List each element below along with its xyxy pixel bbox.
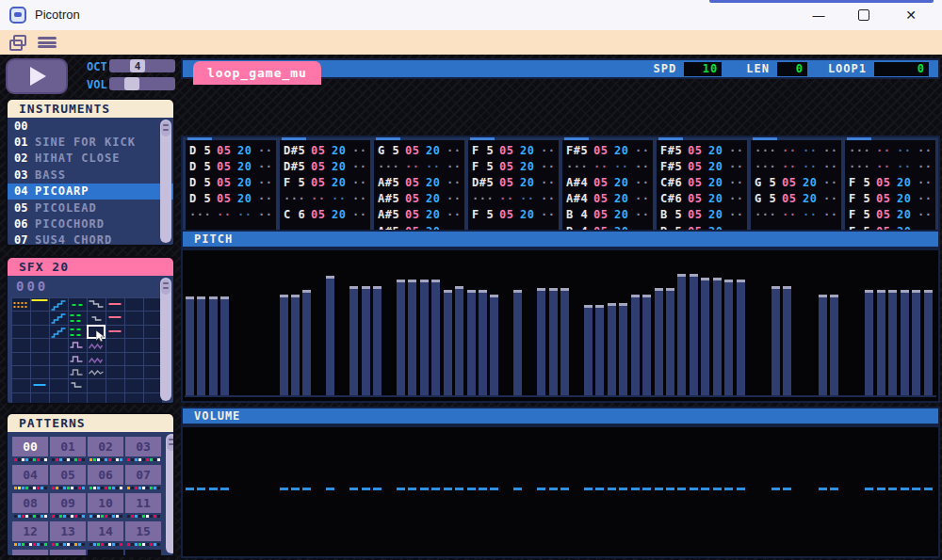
tracker-row[interactable]: B 4 05 20 ··	[562, 207, 653, 223]
sfx-slot[interactable]	[69, 312, 87, 324]
tracker-row[interactable]: D 5 05 20 ··	[186, 158, 276, 174]
tracker-row[interactable]: D 5 05 20 ··	[186, 191, 276, 207]
volume-graph[interactable]	[181, 425, 940, 558]
sfx-slot[interactable]	[31, 312, 49, 324]
tracker-row[interactable]: ··· ·· ·· ··	[374, 158, 464, 174]
sfx-slot[interactable]	[88, 312, 106, 324]
tracker-row[interactable]: F 5 05 20 ··	[845, 207, 935, 223]
sfx-slot[interactable]	[69, 379, 87, 392]
sfx-slot[interactable]	[125, 366, 143, 378]
sfx-slot[interactable]	[88, 366, 106, 378]
pattern-item[interactable]: 03	[125, 437, 161, 462]
tracker-row[interactable]: G 5 05 20 ··	[751, 191, 841, 207]
sfx-slot[interactable]	[12, 298, 30, 311]
tracker-row[interactable]: G 5 05 20 ··	[751, 174, 841, 190]
sfx-slot[interactable]	[50, 326, 68, 338]
sfx-slot[interactable]	[12, 312, 30, 324]
tracker-row[interactable]: F#5 05 20 ··	[657, 142, 747, 158]
volume-slider[interactable]	[109, 77, 175, 90]
pattern-item[interactable]: 02	[88, 437, 123, 462]
sfx-slot[interactable]	[106, 326, 124, 338]
pattern-item[interactable]: 16	[12, 550, 48, 557]
sfx-slot[interactable]	[12, 366, 30, 378]
pattern-item[interactable]: 17	[50, 550, 86, 557]
tracker-row[interactable]: F 5 05 20 ··	[845, 174, 935, 190]
tracker-row[interactable]: F 5 05 20 ··	[280, 174, 370, 190]
sfx-slot[interactable]	[125, 339, 143, 351]
instrument-row[interactable]: 03 BASS	[8, 167, 173, 183]
pattern-item[interactable]: 18	[88, 550, 123, 557]
sfx-slot[interactable]	[69, 298, 87, 311]
volume-slider-handle[interactable]	[124, 77, 139, 90]
tracker-row[interactable]: C#6 05 20 ··	[657, 191, 747, 207]
sfx-slot[interactable]	[12, 326, 30, 338]
sfx-slot[interactable]	[50, 298, 68, 311]
sfx-slot[interactable]	[106, 366, 124, 378]
sfx-slot[interactable]	[12, 393, 30, 405]
patterns-scrollbar[interactable]	[166, 434, 175, 553]
sfx-slot[interactable]	[31, 379, 49, 392]
tracker-row[interactable]: F 5 05 20 ··	[468, 142, 559, 158]
instrument-row[interactable]: 00	[8, 118, 173, 134]
sfx-slot[interactable]	[50, 312, 68, 324]
sfx-slot[interactable]	[106, 379, 124, 392]
pattern-item[interactable]: 04	[12, 465, 48, 490]
play-button[interactable]	[6, 58, 68, 94]
instruments-scrollbar[interactable]	[160, 120, 171, 243]
sfx-slot[interactable]	[31, 393, 49, 405]
pattern-item[interactable]: 13	[50, 521, 86, 547]
pattern-item[interactable]: 01	[50, 437, 86, 462]
octave-slider[interactable]: 4	[109, 59, 175, 72]
pitch-graph[interactable]	[181, 248, 940, 403]
tracker-row[interactable]: F 5 05 20 ··	[468, 207, 559, 223]
tracker-row[interactable]: ··· ·· ·· ··	[845, 142, 935, 158]
sfx-slot[interactable]	[69, 339, 87, 351]
instrument-row[interactable]: 05 PICOLEAD	[8, 200, 173, 216]
sfx-slot[interactable]	[88, 298, 106, 311]
tracker-row[interactable]: F#5 05 20 ··	[657, 158, 747, 174]
sfx-slot[interactable]	[106, 312, 124, 324]
sfx-slot[interactable]	[125, 353, 143, 365]
tracker-row[interactable]: ··· ·· ·· ··	[280, 191, 370, 207]
pattern-item[interactable]: 10	[88, 493, 123, 519]
tracker-row[interactable]: D#5 05 20 ··	[280, 158, 370, 174]
tracker-row[interactable]: C 6 05 20 ··	[280, 207, 370, 223]
sfx-slot[interactable]	[69, 326, 87, 338]
sfx-slot[interactable]	[69, 393, 87, 405]
sfx-slot[interactable]	[12, 353, 30, 365]
minimize-button[interactable]: —	[797, 0, 840, 30]
tracker-row[interactable]: F#5 05 20 ··	[562, 142, 653, 158]
sfx-slot[interactable]	[50, 366, 68, 378]
sfx-slot[interactable]	[50, 379, 68, 392]
tracker-row[interactable]: ··· ·· ·· ··	[751, 158, 841, 174]
menu-icon[interactable]	[38, 37, 57, 48]
pattern-item[interactable]: 09	[50, 493, 86, 519]
pattern-item[interactable]: 11	[125, 493, 161, 519]
sfx-slot[interactable]	[31, 339, 49, 351]
tracker-row[interactable]: F 5 05 20 ··	[468, 158, 559, 174]
sfx-slot[interactable]	[106, 339, 124, 351]
sfx-slot[interactable]	[125, 326, 143, 338]
sfx-slot[interactable]	[50, 353, 68, 365]
pattern-item[interactable]: 19	[125, 550, 161, 557]
loop-value[interactable]: 0	[874, 62, 929, 76]
pattern-item[interactable]: 08	[12, 493, 48, 519]
tracker-row[interactable]: A#4 05 20 ··	[562, 191, 653, 207]
sfx-slot[interactable]	[88, 353, 106, 365]
octave-slider-handle[interactable]: 4	[130, 59, 145, 72]
sfx-slot[interactable]	[31, 353, 49, 365]
sfx-slot[interactable]	[12, 379, 30, 392]
pattern-item[interactable]: 15	[125, 521, 161, 547]
tracker-row[interactable]: A#4 05 20 ··	[562, 174, 653, 190]
instruments-scrollbar-handle[interactable]	[161, 121, 171, 136]
sfx-slot[interactable]	[88, 379, 106, 392]
sfx-slot[interactable]	[106, 298, 124, 311]
pattern-item[interactable]: 07	[125, 465, 161, 490]
tracker-row[interactable]: A#5 05 20 ··	[374, 174, 464, 190]
tracker-row[interactable]: G 5 05 20 ··	[374, 142, 464, 158]
tracker-row[interactable]: ··· ·· ·· ··	[751, 207, 841, 223]
sfx-slot[interactable]	[69, 353, 87, 365]
sfx-slot[interactable]	[106, 353, 124, 365]
sfx-browser-scrollbar-handle[interactable]	[161, 280, 171, 295]
tracker-row[interactable]: D#5 05 20 ··	[280, 142, 370, 158]
